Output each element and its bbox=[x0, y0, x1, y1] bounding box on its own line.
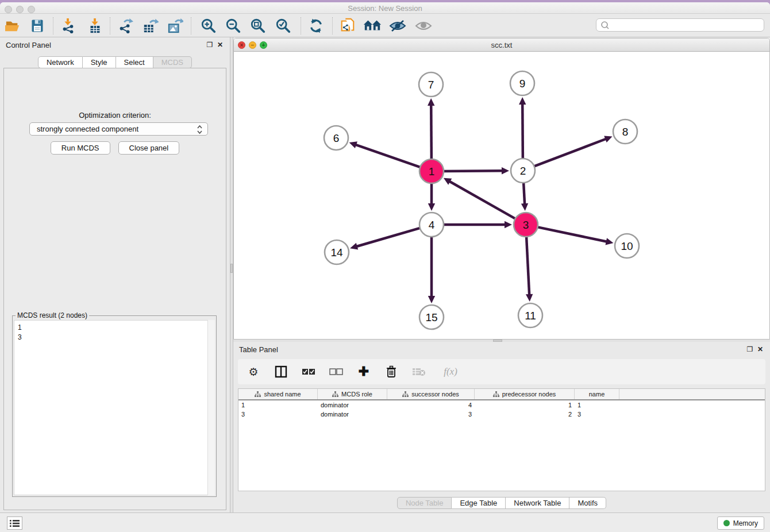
graph-edge-2-9[interactable] bbox=[522, 103, 523, 160]
zoom-fit-icon bbox=[250, 18, 266, 34]
cell-name[interactable]: 1 bbox=[575, 402, 619, 408]
column-header-shared-name[interactable]: shared name bbox=[238, 389, 318, 399]
graph-edge-4-14[interactable] bbox=[356, 228, 421, 246]
import-network-button[interactable] bbox=[58, 17, 78, 35]
trash-icon bbox=[386, 365, 396, 378]
result-scrollbar[interactable] bbox=[207, 320, 215, 495]
tab-style[interactable]: Style bbox=[83, 56, 116, 68]
tab-network-table[interactable]: Network Table bbox=[506, 497, 569, 509]
export-network-icon bbox=[117, 18, 133, 34]
tab-mcds[interactable]: MCDS bbox=[153, 56, 192, 68]
table-panel-title: Table Panel bbox=[239, 345, 278, 354]
tab-motifs[interactable]: Motifs bbox=[569, 497, 606, 509]
select-all-columns-button[interactable] bbox=[301, 364, 316, 379]
import-table-button[interactable] bbox=[85, 17, 105, 35]
mcds-result-list[interactable]: 1 3 bbox=[14, 320, 215, 495]
home-button[interactable] bbox=[363, 17, 382, 35]
criterion-value: strongly connected component bbox=[37, 125, 138, 133]
graph-node-label: 15 bbox=[425, 311, 437, 323]
network-canvas[interactable]: 7968124314101511 bbox=[234, 52, 769, 339]
graph-edge-3-10[interactable] bbox=[537, 227, 607, 242]
table-panel-header: Table Panel ❐ ✕ bbox=[233, 342, 770, 357]
tab-edge-table[interactable]: Edge Table bbox=[452, 497, 506, 509]
table-close-icon[interactable]: ✕ bbox=[756, 345, 764, 353]
delete-column-button[interactable] bbox=[384, 364, 399, 379]
cell-successor-nodes[interactable]: 3 bbox=[387, 411, 475, 418]
search-input[interactable] bbox=[611, 21, 764, 29]
cell-predecessor-nodes[interactable]: 1 bbox=[475, 402, 575, 408]
cell-successor-nodes[interactable]: 4 bbox=[387, 402, 475, 408]
cell-name[interactable]: 3 bbox=[575, 411, 619, 418]
column-header-predecessor-nodes[interactable]: predecessor nodes bbox=[475, 389, 575, 399]
table-row[interactable]: 1 dominator 4 1 1 bbox=[238, 400, 765, 410]
tab-node-table[interactable]: Node Table bbox=[397, 497, 452, 509]
graph-edge-1-7[interactable] bbox=[431, 105, 432, 160]
network-graph[interactable]: 7968124314101511 bbox=[234, 52, 769, 340]
graph-edge-2-8[interactable] bbox=[533, 138, 607, 167]
control-panel-tabs: Network Style Select MCDS bbox=[0, 56, 230, 68]
optimization-criterion-label: Optimization criterion: bbox=[4, 111, 226, 119]
cell-mcds-role[interactable]: dominator bbox=[318, 411, 387, 418]
graph-edge-1-6[interactable] bbox=[355, 145, 421, 168]
cell-mcds-role[interactable]: dominator bbox=[318, 402, 387, 408]
graph-edge-arrowhead bbox=[521, 203, 528, 211]
tab-network[interactable]: Network bbox=[38, 56, 83, 68]
column-label: shared name bbox=[264, 391, 301, 398]
task-history-button[interactable] bbox=[7, 516, 22, 530]
criterion-select[interactable]: strongly connected component bbox=[29, 122, 208, 136]
show-columns-button[interactable] bbox=[274, 364, 288, 379]
search-icon bbox=[600, 21, 611, 30]
splitter-grip[interactable] bbox=[230, 264, 233, 273]
zoom-selected-button[interactable] bbox=[274, 17, 293, 35]
open-file-button[interactable] bbox=[3, 17, 22, 35]
memory-button[interactable]: Memory bbox=[717, 516, 764, 530]
graph-edge-3-1[interactable] bbox=[449, 181, 516, 219]
zoom-fit-button[interactable] bbox=[248, 17, 268, 35]
columns-icon bbox=[275, 365, 287, 378]
graph-edge-1-2[interactable] bbox=[442, 171, 503, 171]
zoom-in-button[interactable] bbox=[199, 17, 218, 35]
export-table-button[interactable] bbox=[141, 17, 160, 35]
export-image-icon bbox=[167, 18, 183, 34]
clear-all-columns-button[interactable] bbox=[329, 364, 344, 379]
sort-tree-icon bbox=[255, 391, 261, 398]
hide-selected-button[interactable] bbox=[388, 17, 407, 35]
column-header-successor-nodes[interactable]: successor nodes bbox=[387, 389, 475, 399]
export-image-button[interactable] bbox=[165, 17, 185, 35]
add-column-button[interactable]: ✚ bbox=[356, 364, 371, 379]
table-settings-button[interactable]: ⚙ bbox=[246, 364, 261, 379]
graph-edge-2-3[interactable] bbox=[523, 182, 525, 205]
search-field[interactable] bbox=[596, 18, 764, 32]
table-tabs: Node Table Edge Table Network Table Moti… bbox=[233, 497, 770, 510]
column-label: name bbox=[589, 391, 605, 398]
table-row[interactable]: 3 dominator 3 2 3 bbox=[238, 410, 765, 419]
apply-function-button[interactable]: f(x) bbox=[439, 364, 462, 379]
delete-table-button[interactable] bbox=[411, 364, 426, 379]
table-float-icon[interactable]: ❐ bbox=[746, 345, 754, 353]
cell-predecessor-nodes[interactable]: 2 bbox=[475, 411, 575, 418]
clone-network-button[interactable] bbox=[338, 17, 357, 35]
export-network-button[interactable] bbox=[116, 17, 135, 35]
graph-edge-3-11[interactable] bbox=[526, 236, 529, 295]
tab-select[interactable]: Select bbox=[116, 56, 153, 68]
zoom-out-button[interactable] bbox=[224, 17, 243, 35]
gear-icon: ⚙ bbox=[248, 365, 258, 379]
column-label: predecessor nodes bbox=[502, 391, 556, 398]
graph-node-label: 6 bbox=[333, 132, 340, 144]
column-header-name[interactable]: name bbox=[575, 389, 619, 399]
run-mcds-button[interactable]: Run MCDS bbox=[51, 141, 110, 155]
import-network-icon bbox=[60, 18, 76, 34]
close-panel-icon[interactable]: ✕ bbox=[216, 41, 224, 49]
cell-shared-name[interactable]: 3 bbox=[238, 411, 318, 418]
column-header-mcds-role[interactable]: MCDS role bbox=[318, 389, 387, 399]
refresh-view-button[interactable] bbox=[306, 17, 326, 35]
float-panel-icon[interactable]: ❐ bbox=[206, 41, 214, 49]
checked-boxes-icon bbox=[302, 368, 315, 375]
cell-shared-name[interactable]: 1 bbox=[238, 402, 318, 408]
close-panel-button[interactable]: Close panel bbox=[118, 141, 180, 155]
save-session-button[interactable] bbox=[28, 17, 47, 35]
app-window: Session: New Session bbox=[0, 2, 770, 532]
graph-node-label: 4 bbox=[429, 219, 435, 231]
toolbar-separator bbox=[53, 17, 53, 34]
show-hidden-button[interactable] bbox=[414, 17, 433, 35]
